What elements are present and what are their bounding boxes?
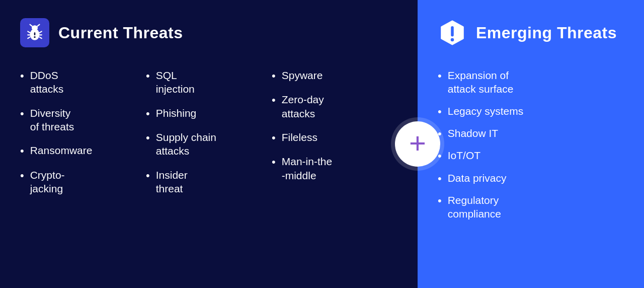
threat-text: Zero-dayattacks [282,93,324,120]
list-item: • Supply chainattacks [146,125,272,163]
threats-grid: • DDoSattacks • Diversityof threats • Ra… [20,63,397,270]
list-item: • Ransomware [20,138,146,163]
list-item: • SQLinjection [146,63,272,101]
bullet: • [272,69,276,83]
threat-text: Fileless [282,130,317,144]
bullet: • [272,94,276,107]
threat-col-3: • Spyware • Zero-dayattacks • Fileless •… [272,63,397,270]
threat-col-2: • SQLinjection • Phishing • Supply chain… [146,63,272,270]
svg-line-6 [28,37,30,39]
bullet: • [438,69,442,83]
bullet: • [146,69,150,83]
emerging-text: Legacy systems [448,104,524,118]
bullet: • [20,169,24,182]
bullet: • [146,107,150,120]
list-item: • Diversityof threats [20,101,146,139]
svg-line-9 [40,37,42,39]
bullet: • [438,194,442,207]
threat-text: Spyware [282,68,323,82]
list-item: • Expansion ofattack surface [438,65,624,99]
bullet: • [438,172,442,185]
list-item: • Man-in-the-middle [272,150,397,187]
svg-line-3 [37,25,39,26]
list-item: • Crypto-jacking [20,163,146,201]
emerging-text: Data privacy [448,171,507,185]
left-panel-title: Current Threats [58,24,183,42]
bullet: • [272,131,276,145]
threat-col-1: • DDoSattacks • Diversityof threats • Ra… [20,63,146,270]
list-item: • Zero-dayattacks [272,88,397,125]
svg-rect-13 [451,26,454,36]
right-panel-title: Emerging Threats [476,24,617,42]
svg-line-7 [40,31,42,33]
svg-line-4 [28,31,30,33]
threat-text: Crypto-jacking [30,168,65,196]
list-item: • IoT/OT [438,146,624,166]
bullet: • [146,169,150,182]
list-item: • Fileless [272,125,397,150]
list-item: • Insiderthreat [146,163,272,201]
svg-point-11 [34,36,35,38]
left-panel-header: Current Threats [20,18,397,47]
svg-point-14 [451,38,454,42]
warning-hexagon-icon [438,18,467,47]
threat-text: Ransomware [30,143,93,157]
right-panel: Emerging Threats • Expansion ofattack su… [418,0,644,288]
threat-text: DDoSattacks [30,68,64,96]
list-item: • Data privacy [438,168,624,188]
bullet: • [272,156,276,169]
emerging-list: • Expansion ofattack surface • Legacy sy… [438,65,624,224]
threat-text: Insiderthreat [156,168,188,196]
list-item: • Shadow IT [438,123,624,143]
threat-text: Diversityof threats [30,106,74,134]
bullet: • [438,105,442,118]
threat-text: Supply chainattacks [156,130,216,158]
bullet: • [20,145,24,158]
list-item: • Regulatorycompliance [438,190,624,224]
left-panel: Current Threats • DDoSattacks • Diversit… [0,0,418,288]
list-item: • DDoSattacks [20,63,146,101]
right-panel-header: Emerging Threats [438,18,624,47]
list-item: • Spyware [272,63,397,88]
threat-text: Phishing [156,106,197,120]
emerging-text: Expansion ofattack surface [448,68,514,96]
svg-rect-10 [34,32,36,35]
svg-line-2 [30,25,32,26]
emerging-text: IoT/OT [448,149,480,162]
emerging-text: Regulatorycompliance [448,193,501,221]
plus-symbol: + [409,128,426,158]
list-item: • Phishing [146,101,272,125]
list-item: • Legacy systems [438,101,624,121]
emerging-text: Shadow IT [448,126,498,140]
threat-text: Man-in-the-middle [282,155,332,182]
bullet: • [146,131,150,145]
bullet: • [20,107,24,120]
bullet: • [20,69,24,83]
bug-icon [20,18,49,47]
threat-text: SQLinjection [156,68,195,96]
plus-circle: + [395,121,440,167]
